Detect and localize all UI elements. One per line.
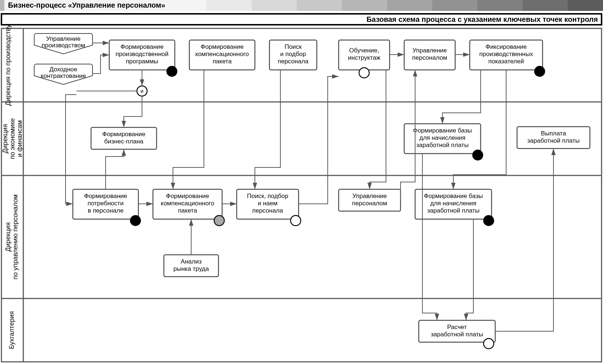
svg-rect-1	[0, 0, 4, 11]
svg-text:Обучение,инструктаж: Обучение,инструктаж	[348, 47, 381, 61]
box-comp-package-hr: Формированиекомпенсационногопакета	[153, 189, 224, 226]
svg-text:Управлениеперсоналом: Управлениеперсоналом	[412, 47, 447, 61]
box-search-top: Поиски подборперсонала	[269, 40, 317, 70]
svg-text:Дирекцияпо управлению персонал: Дирекцияпо управлению персоналом	[4, 194, 19, 280]
svg-text:Формирование базыдля начислени: Формирование базыдля начислениязаработно…	[413, 127, 472, 149]
box-payroll-base-hr: Формирование базыдля начислениязаработно…	[415, 189, 494, 226]
flow-arrows	[66, 43, 553, 331]
svg-rect-3	[252, 0, 297, 11]
process-diagram: Бизнес-процесс «Управление персоналом» Б…	[0, 0, 603, 364]
lane-label-1: Дирекция по производству	[4, 25, 12, 106]
box-business-plan: Формированиебизнес-плана	[91, 127, 157, 149]
box-payroll-base-fin: Формирование базыдля начислениязаработно…	[404, 124, 483, 160]
svg-text:Формирование базыдля начислени: Формирование базыдля начислениязаработно…	[424, 193, 483, 214]
svg-rect-5	[342, 0, 387, 11]
svg-rect-7	[432, 0, 477, 11]
subtitle-bar: Базовая схема процесса с указанием ключе…	[1, 14, 602, 25]
svg-text:Управлениеперсоналом: Управлениеперсоналом	[352, 193, 387, 207]
svg-text:Формированиебизнес-плана: Формированиебизнес-плана	[102, 131, 146, 145]
svg-rect-8	[477, 0, 523, 11]
box-personnel-need: Формированиепотребностив персонале	[73, 189, 141, 226]
lane-label-2: Дирекцияпо экономикеи финансам	[1, 118, 23, 159]
svg-rect-6	[387, 0, 432, 11]
box-production-program: Формированиепроизводственнойпрограммы	[109, 40, 177, 76]
control-point-black-icon	[130, 215, 141, 226]
lane-label-4: Бухгалтерия	[8, 311, 15, 349]
box-personnel-mgmt-top: Управлениеперсоналом	[404, 40, 455, 70]
svg-rect-9	[523, 0, 568, 11]
svg-text:Дирекция
по производству: Дирекция по производству	[4, 25, 12, 106]
gateway-and: и	[137, 86, 147, 96]
box-personnel-mgmt-hr: Управлениеперсоналом	[339, 189, 401, 211]
box-labor-market: Анализрынка труда	[164, 255, 218, 277]
control-point-black-icon	[535, 66, 545, 76]
control-point-black-icon	[473, 150, 483, 160]
lane-label-3: Дирекцияпо управлению персоналом	[4, 194, 19, 280]
svg-rect-4	[297, 0, 342, 11]
header-band: Бизнес-процесс «Управление персоналом»	[0, 0, 603, 11]
svg-rect-2	[206, 0, 252, 11]
control-point-white-icon	[291, 215, 301, 226]
control-point-white-icon	[484, 339, 494, 349]
control-point-gray-icon	[214, 215, 224, 226]
svg-text:Дирекцияпо экономикеи финансам: Дирекцияпо экономикеи финансам	[1, 118, 23, 159]
box-salary-calc: Расчетзаработной платы	[419, 320, 495, 349]
page-title: Бизнес-процесс «Управление персоналом»	[8, 1, 165, 9]
control-point-black-icon	[167, 66, 177, 76]
input-revenue-contracting: Доходноеконтрактование	[34, 64, 92, 84]
box-search-hr: Поиск, подбори наемперсонала	[237, 189, 301, 226]
svg-text:и: и	[141, 88, 143, 94]
svg-text:Бухгалтерия: Бухгалтерия	[8, 311, 15, 349]
svg-text:Управлениепроизводством: Управлениепроизводством	[42, 35, 85, 49]
input-production-mgmt: Управлениепроизводством	[34, 33, 92, 54]
svg-rect-10	[568, 0, 603, 11]
svg-text:Формированиепотребностив персо: Формированиепотребностив персонале	[84, 193, 127, 214]
box-salary-payout: Выплатазаработной платы	[517, 127, 590, 149]
box-training: Обучение,инструктаж	[339, 40, 390, 78]
control-point-white-icon	[359, 68, 369, 78]
control-point-black-icon	[484, 215, 494, 226]
box-comp-package-top: Формированиекомпенсационногопакета	[189, 40, 255, 70]
page-subtitle: Базовая схема процесса с указанием ключе…	[366, 15, 598, 23]
